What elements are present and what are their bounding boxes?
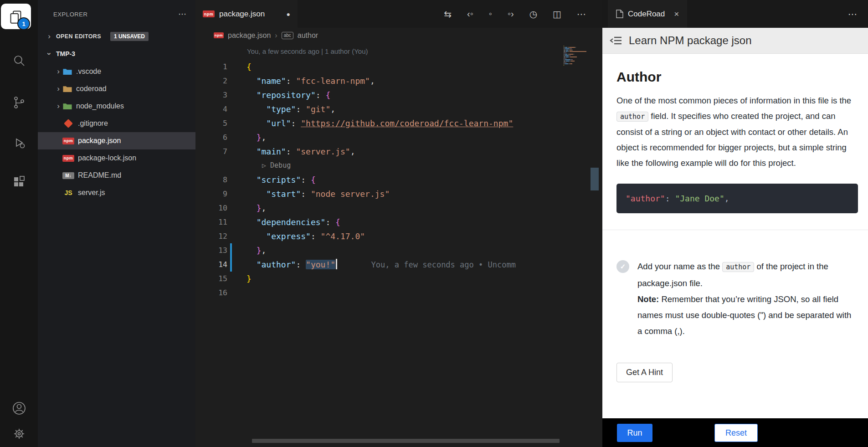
- close-icon[interactable]: ×: [674, 9, 679, 19]
- line-number: 9: [195, 187, 227, 201]
- code-line-5[interactable]: 5 "url": "https://github.com/coderoad/fc…: [195, 116, 562, 130]
- code-token: :: [286, 76, 296, 86]
- code-line-10[interactable]: 10 },: [195, 201, 562, 215]
- more-actions-icon[interactable]: ⋯: [577, 9, 586, 20]
- activity-item-source-control[interactable]: [0, 89, 38, 116]
- activity-item-search[interactable]: [0, 48, 38, 74]
- code-editor[interactable]: 1{2 "name": "fcc-learn-npm",3 "repositor…: [195, 60, 562, 300]
- code-token: [247, 147, 257, 156]
- line-number: 10: [195, 201, 227, 215]
- paragraph-text: field. It specifies who created the proj…: [616, 111, 848, 168]
- code-token: :: [296, 104, 306, 114]
- file-item-server.js[interactable]: JSserver.js: [38, 184, 195, 201]
- code-line-13[interactable]: 13 },: [195, 243, 562, 257]
- file-item-package-lock.json[interactable]: npmpackage-lock.json: [38, 149, 195, 167]
- file-item-node_modules[interactable]: ›node_modules: [38, 98, 195, 115]
- modified-line-indicator: [230, 243, 232, 257]
- chevron-right-icon: ›: [45, 32, 53, 41]
- activity-item-run-debug[interactable]: [0, 129, 38, 156]
- extensions-icon: [12, 175, 26, 190]
- code-line-9[interactable]: 9 "start": "node server.js": [195, 187, 562, 201]
- code-token: {: [335, 217, 340, 227]
- explorer-more-actions-icon[interactable]: ⋯: [178, 9, 186, 19]
- line-number: 8: [195, 173, 227, 187]
- codelens-label[interactable]: ▷ Debug: [227, 159, 291, 173]
- previous-change-icon[interactable]: ‹◦: [467, 9, 473, 19]
- activity-item-extensions[interactable]: [0, 170, 38, 196]
- file-item-README.md[interactable]: M↓README.md: [38, 167, 195, 184]
- explorer-sidebar: EXPLORER ⋯ › OPEN EDITORS 1 UNSAVED › TM…: [38, 0, 195, 447]
- file-item-coderoad[interactable]: ›coderoad: [38, 80, 195, 98]
- code-token: "start": [266, 189, 301, 199]
- run-button[interactable]: Run: [617, 424, 652, 442]
- get-a-hint-button[interactable]: Get A Hint: [616, 363, 673, 382]
- file-blame-annotation[interactable]: You, a few seconds ago | 1 author (You): [247, 47, 368, 55]
- code-token: "type": [266, 104, 296, 114]
- panel-more-actions-icon[interactable]: ⋯: [848, 9, 857, 20]
- code-line-2[interactable]: 2 "name": "fcc-learn-npm",: [195, 74, 562, 88]
- code-line-4[interactable]: 4 "type": "git",: [195, 102, 562, 116]
- code-line-11[interactable]: 11 "dependencies": {: [195, 215, 562, 229]
- code-token: {: [325, 90, 330, 100]
- breadcrumb-symbol[interactable]: author: [298, 31, 318, 40]
- breadcrumb[interactable]: npm package.json › abc author: [195, 28, 602, 43]
- code-token: }: [247, 274, 252, 283]
- code-token: "main": [257, 147, 286, 156]
- activity-item-accounts[interactable]: [0, 395, 38, 421]
- git-compare-icon[interactable]: ⇆: [444, 9, 452, 20]
- tab-package-json[interactable]: npm package.json ●: [195, 0, 298, 28]
- markdown-file-icon: M↓: [62, 172, 74, 179]
- code-line-3[interactable]: 3 "repository": {: [195, 88, 562, 102]
- editor-actions: ⇆‹◦◦◦›◷◫⋯: [444, 9, 602, 20]
- editor-tab-bar: npm package.json ● ⇆‹◦◦◦›◷◫⋯: [195, 0, 602, 28]
- code-token: [247, 203, 257, 213]
- current-change-icon[interactable]: ◦: [489, 9, 492, 19]
- open-editors-section[interactable]: › OPEN EDITORS 1 UNSAVED: [38, 28, 195, 45]
- activity-item-explorer[interactable]: 1: [1, 4, 31, 29]
- file-item-package.json[interactable]: npmpackage.json: [38, 132, 195, 149]
- code-line-15[interactable]: 15}: [195, 272, 562, 286]
- line-number: 2: [195, 74, 227, 88]
- workspace-root[interactable]: › TMP-3: [38, 45, 195, 63]
- code-line-7[interactable]: 7 "main": "server.js",: [195, 144, 562, 159]
- code-line-6[interactable]: 6 },: [195, 130, 562, 144]
- chevron-right-icon: ›: [54, 84, 62, 93]
- code-token: ,: [262, 246, 267, 255]
- code-token: [247, 189, 266, 199]
- modified-line-indicator: [230, 257, 232, 272]
- code-token: }: [257, 203, 262, 213]
- code-line-16[interactable]: 16: [195, 286, 562, 300]
- activity-bar: 1: [0, 0, 38, 447]
- line-number: 4: [195, 102, 227, 116]
- file-item-.gitignore[interactable]: .gitignore: [38, 115, 195, 132]
- split-editor-icon[interactable]: ◫: [553, 9, 561, 20]
- code-text: "start": "node server.js": [227, 187, 390, 201]
- code-line-12[interactable]: 12 "express": "^4.17.0": [195, 229, 562, 243]
- timeline-icon[interactable]: ◷: [529, 9, 537, 20]
- minimap[interactable]: [564, 46, 589, 67]
- line-number: 13: [195, 243, 227, 257]
- horizontal-scrollbar[interactable]: [252, 439, 560, 443]
- code-token-key: "author": [626, 194, 665, 203]
- coderoad-tab-bar: CodeRoad × ⋯: [602, 0, 868, 28]
- code-token: :: [316, 90, 326, 100]
- collapse-menu-icon[interactable]: [610, 35, 622, 46]
- reset-button[interactable]: Reset: [714, 424, 758, 442]
- code-token-punct: ,: [724, 194, 729, 203]
- activity-item-settings[interactable]: [0, 421, 38, 447]
- code-line-1[interactable]: 1{: [195, 60, 562, 74]
- note-text: Remember that you’re writing JSON, so al…: [637, 294, 851, 336]
- code-token-value: "Jane Doe": [675, 194, 724, 203]
- document-icon: [616, 10, 623, 18]
- code-token: {: [247, 62, 252, 72]
- code-token: [247, 118, 266, 128]
- code-line-8[interactable]: 8 "scripts": {: [195, 173, 562, 187]
- codelens-debug[interactable]: ▷ Debug: [195, 159, 562, 173]
- code-line-14[interactable]: 14 "author": "you!"You, a few seconds ag…: [195, 257, 562, 272]
- line-number-spacer: [195, 159, 227, 173]
- breadcrumb-file[interactable]: package.json: [228, 31, 271, 40]
- next-change-icon[interactable]: ◦›: [508, 9, 514, 19]
- code-token: }: [257, 246, 262, 255]
- tab-coderoad[interactable]: CodeRoad ×: [608, 0, 687, 28]
- file-item-.vscode[interactable]: ›.vscode: [38, 63, 195, 80]
